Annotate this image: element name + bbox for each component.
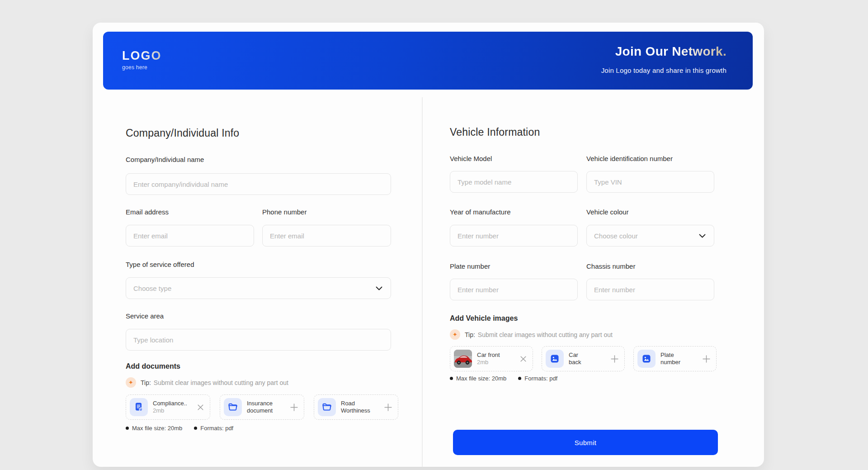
images-tip: ✦ Tip: Submit clear images without cutti… [450,329,613,340]
add-documents-title: Add documents [126,362,180,370]
close-icon [197,404,204,411]
note-max-file-size: Max file size: 20mb [126,425,182,432]
add-vehicle-images-title: Add Vehicle images [450,314,518,323]
email-label: Email address [126,208,169,216]
plus-icon [610,355,619,363]
document-chip-road-worthiness[interactable]: Road Worthiness [314,394,398,420]
image-chip-car-back[interactable]: Car back [542,346,625,371]
image-chip-plate-number[interactable]: Plate number [633,346,717,371]
tip-text: Submit clear images without cutting any … [478,331,613,338]
plate-label: Plate number [450,262,490,270]
service-type-placeholder: Choose type [133,285,171,292]
submit-button[interactable]: Submit [453,430,718,455]
note-text: Max file size: 20mb [456,375,506,382]
close-icon [519,355,527,363]
vehicle-model-label: Vehicle Model [450,155,492,162]
chassis-input[interactable] [586,279,714,300]
chip-text: Compliance.. 2mb [153,400,194,414]
note-max-file-size: Max file size: 20mb [450,375,506,382]
remove-file-button[interactable] [197,404,204,411]
document-icon [130,398,148,416]
logo-text: LOGO [122,49,162,63]
logo-block: LOGO goes here [122,49,162,71]
year-label: Year of manufacture [450,208,511,216]
image-icon [637,350,656,368]
chip-text: Car front 2mb [477,351,517,366]
folder-icon [224,398,242,416]
chip-text: Car back [569,351,608,366]
company-info-title: Company/Individual Info [126,127,239,139]
vehicle-info-title: Vehicle Information [450,126,540,138]
vehicle-model-input[interactable] [450,171,578,193]
plus-icon [384,403,392,412]
documents-notes: Max file size: 20mb Formats: pdf [126,425,233,432]
colour-placeholder: Choose colour [594,232,638,240]
service-type-select[interactable]: Choose type [126,277,391,299]
bullet-dot [450,377,453,380]
plate-input[interactable] [450,279,578,300]
banner-title: Join Our Network. [601,44,726,59]
folder-icon [318,398,336,416]
chip-text: Road Worthiness [341,400,381,414]
colour-label: Vehicle colour [586,208,628,216]
add-file-button[interactable] [290,403,298,412]
bullet-dot [126,427,129,430]
plus-icon [290,403,298,412]
note-text: Max file size: 20mb [132,425,182,432]
sparkle-icon: ✦ [126,377,136,388]
banner-headline-block: Join Our Network. Join Logo today and sh… [601,44,726,74]
banner-subtitle: Join Logo today and share in this growth [601,66,726,74]
note-formats: Formats: pdf [194,425,233,432]
header-banner: LOGO goes here Join Our Network. Join Lo… [103,32,753,90]
bullet-dot [518,377,521,380]
tip-label: Tip: [465,331,475,338]
note-text: Formats: pdf [200,425,233,432]
chassis-label: Chassis number [586,262,635,270]
chip-title: Car back [569,351,590,366]
colour-select[interactable]: Choose colour [586,225,714,247]
service-area-input[interactable] [126,329,391,351]
company-name-input[interactable] [126,173,391,195]
chip-filesize: 2mb [477,359,517,366]
car-photo-thumbnail [454,350,472,368]
chip-title: Road Worthiness [341,400,381,414]
chevron-down-icon [699,232,706,240]
chip-title: Insurance document [247,400,287,414]
column-divider [422,97,423,467]
vin-input[interactable] [586,171,714,193]
image-chip-car-front[interactable]: Car front 2mb [450,346,533,371]
service-area-label: Service area [126,312,164,320]
add-file-button[interactable] [384,403,392,412]
documents-tip: ✦ Tip: Submit clear images without cutti… [126,377,288,388]
logo-subtext: goes here [122,64,162,71]
chip-title: Compliance.. [153,400,194,407]
note-formats: Formats: pdf [518,375,557,382]
vehicle-image-chips: Car front 2mb Car back [450,346,717,371]
image-icon [546,350,564,368]
document-chips: Compliance.. 2mb Insurance document [126,394,398,420]
document-chip-insurance[interactable]: Insurance document [220,394,304,420]
vin-label: Vehicle identification number [586,155,673,162]
add-image-button[interactable] [610,355,619,363]
images-notes: Max file size: 20mb Formats: pdf [450,375,557,382]
phone-label: Phone number [262,208,307,216]
bullet-dot [194,427,197,430]
plus-icon [702,355,711,363]
document-chip-compliance[interactable]: Compliance.. 2mb [126,394,210,420]
phone-input[interactable] [262,225,391,247]
company-name-label: Company/Individual name [126,156,204,163]
chip-filesize: 2mb [153,407,194,414]
year-input[interactable] [450,225,578,247]
add-image-button[interactable] [702,355,711,363]
remove-image-button[interactable] [519,355,527,363]
chip-text: Plate number [660,351,699,366]
tip-label: Tip: [141,379,151,386]
sparkle-icon: ✦ [450,329,460,340]
main-card: LOGO goes here Join Our Network. Join Lo… [93,23,764,467]
service-type-label: Type of service offered [126,261,194,268]
email-input[interactable] [126,225,254,247]
chevron-down-icon [376,284,382,292]
note-text: Formats: pdf [524,375,557,382]
chip-title: Plate number [660,351,686,366]
chip-title: Car front [477,351,517,359]
